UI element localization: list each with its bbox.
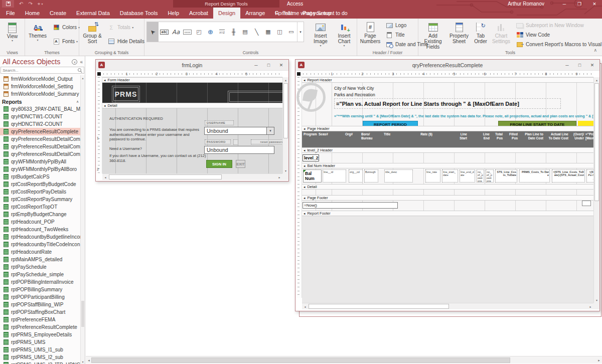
exit-button[interactable]: EXIT bbox=[236, 160, 245, 168]
ribbon-tab[interactable]: Help bbox=[163, 8, 184, 19]
column-header-label[interactable]: Plan Line to Date Cost bbox=[519, 132, 543, 140]
subreport-new-window-button[interactable]: Subreport in New Window bbox=[514, 21, 586, 30]
sidebar-item[interactable]: Reports bbox=[0, 98, 85, 105]
scrollbar-thumb[interactable] bbox=[309, 304, 449, 309]
sidebar-item[interactable]: rptMainAMPS_detailed bbox=[0, 256, 85, 263]
property-sheet-button[interactable]: Property Sheet bbox=[447, 21, 471, 44]
ribbon-tab[interactable]: Home bbox=[20, 8, 45, 19]
insert-chart-button[interactable]: + Insert Chart ▾ bbox=[333, 21, 355, 47]
control-icon[interactable]: XYZ bbox=[216, 22, 228, 42]
from-line-start-label[interactable]: FROM LINE START TO DATE bbox=[498, 121, 576, 126]
sidebar-item[interactable]: rptPRMS_UMS bbox=[0, 338, 85, 346]
totals-button[interactable]: Σ Totals▾ bbox=[105, 23, 135, 32]
scrollbar-thumb[interactable] bbox=[283, 83, 288, 138]
control-icon[interactable]: ➤ bbox=[147, 22, 159, 42]
password-textbox[interactable]: Unbound bbox=[204, 146, 274, 154]
page-header-section-bar[interactable]: ◄ Page Header bbox=[302, 126, 593, 131]
column-header-label[interactable]: Org# bbox=[345, 132, 360, 136]
column-header-label[interactable]: Filled Pos bbox=[505, 132, 518, 140]
scroll-up-icon[interactable]: ▴ bbox=[81, 75, 85, 80]
report-header-grid[interactable]: City of New York City Parks and Recreati… bbox=[302, 83, 593, 126]
report-header-section-bar[interactable]: ◄ Report Header bbox=[302, 77, 593, 83]
minimize-button[interactable]: ─ bbox=[557, 0, 572, 8]
control-icon[interactable]: ◫ bbox=[274, 22, 285, 42]
ribbon-tab[interactable]: Page Setup bbox=[297, 8, 337, 19]
sidebar-item[interactable]: rptPOPStaffBilling_WIP bbox=[0, 301, 85, 308]
window-horizontal-scrollbar[interactable]: ◂ ▸ bbox=[102, 173, 282, 180]
control-icon[interactable]: ▤ bbox=[239, 22, 251, 42]
sidebar-item[interactable]: qryPreferenceResultDetailCompleteStep... bbox=[0, 150, 85, 158]
sidebar-item[interactable]: qryWFMMonthlyPplByAll bbox=[0, 158, 85, 165]
sidebar-item[interactable]: rptCostReportTopOT bbox=[0, 203, 85, 211]
org-name-line2[interactable]: Parks and Recreation bbox=[334, 92, 375, 98]
scroll-down-icon[interactable]: ▾ bbox=[81, 359, 85, 364]
touch-mode-icon[interactable]: ⌖ ▾ bbox=[38, 0, 43, 8]
close-button[interactable]: ✕ bbox=[587, 0, 602, 8]
nav-pane-menu-icon[interactable]: ∨ bbox=[72, 59, 77, 65]
control-icon[interactable]: Aa bbox=[170, 22, 182, 42]
sidebar-item[interactable]: qryHDNCTW2-COUNT bbox=[0, 120, 85, 128]
sidebar-item[interactable]: rptHeadcountbyBudgetlineIncon bbox=[0, 233, 85, 241]
prms-logo-label[interactable]: PRMS bbox=[113, 87, 138, 101]
form-header-grid[interactable]: PRMS bbox=[102, 83, 282, 103]
level2-header-grid[interactable]: level_2 bbox=[302, 153, 593, 163]
yellow-highlight-box[interactable] bbox=[578, 121, 593, 126]
sidebar-item[interactable]: qryPreferenceResultDetailComplete2 bbox=[0, 143, 85, 150]
sidebar-item[interactable]: rptPOPStaffingBoxChart bbox=[0, 308, 85, 316]
sidebar-item[interactable]: rptPRMS_UMS_I2_sub bbox=[0, 353, 85, 361]
redo-icon[interactable]: ↷ bbox=[28, 0, 32, 8]
horizontal-ruler[interactable]: 12345 bbox=[96, 71, 282, 77]
close-button[interactable]: ✕ bbox=[275, 60, 287, 71]
insert-image-button[interactable]: Insert Image ▾ bbox=[310, 21, 331, 47]
field-textbox[interactable]: line__id bbox=[323, 169, 346, 183]
search-icon[interactable] bbox=[78, 68, 82, 73]
group-sort-button[interactable]: Group & Sort bbox=[81, 21, 104, 44]
page-header-grid[interactable]: ProgramSeas#Org#Boro/ BureauTitleRate ($… bbox=[302, 131, 593, 147]
workspace-horizontal-scrollbar[interactable]: ◂ ▸ bbox=[86, 356, 602, 363]
vertical-ruler[interactable] bbox=[295, 77, 302, 298]
frmLogin-titlebar[interactable]: frmLogin A ─ □ ✕ bbox=[96, 60, 288, 71]
scroll-right-icon[interactable]: ▸ bbox=[276, 174, 282, 180]
need-username-label[interactable]: Need a Username? bbox=[109, 146, 142, 151]
field-textbox[interactable]: title_desc bbox=[384, 169, 413, 183]
chart-settings-button[interactable]: Chart Settings bbox=[491, 21, 512, 44]
maximize-button[interactable]: □ bbox=[573, 60, 586, 71]
sidebar-item[interactable]: rptPOPBillingSummary bbox=[0, 286, 85, 293]
page-numbers-button[interactable]: # Page Numbers bbox=[358, 21, 382, 44]
scroll-left-icon[interactable]: ◂ bbox=[102, 174, 108, 180]
scroll-up-icon[interactable]: ▴ bbox=[594, 77, 599, 83]
column-header-label[interactable]: ="Proj. [MaxO bbox=[585, 132, 593, 140]
field-textbox[interactable]: line_end_date bbox=[460, 169, 475, 183]
scroll-up-icon[interactable]: ▴ bbox=[283, 77, 288, 83]
report-window-titlebar[interactable]: qryPreferenceResultComplete A ─ □ ✕ bbox=[295, 60, 599, 71]
collapse-ribbon-button[interactable]: ∧ bbox=[593, 48, 597, 53]
minimize-button[interactable]: ─ bbox=[561, 60, 573, 71]
hide-details-button[interactable]: Hide Details bbox=[105, 37, 146, 46]
convert-macros-button[interactable]: Convert Report's Macros to Visual Basic bbox=[514, 40, 602, 49]
sidebar-item[interactable]: qryPreferenceResultComplete bbox=[0, 128, 85, 135]
sidebar-item[interactable]: rptPaySchedule bbox=[0, 263, 85, 271]
undo-icon[interactable]: ↶ bbox=[19, 0, 23, 8]
ribbon-tab[interactable]: File bbox=[1, 8, 20, 19]
save-icon[interactable] bbox=[2, 0, 14, 8]
shutter-bar-icon[interactable]: « bbox=[80, 59, 83, 65]
scroll-right-icon[interactable]: ▸ bbox=[596, 357, 602, 363]
detail-section-bar[interactable]: ◄ Detail bbox=[102, 103, 282, 108]
sidebar-item[interactable]: rptPRMS_EmployeeDetails bbox=[0, 331, 85, 338]
sidebar-item[interactable]: rptHeadcount_POP bbox=[0, 218, 85, 226]
password-spacer-box[interactable] bbox=[233, 139, 238, 145]
minimize-button[interactable]: ─ bbox=[250, 60, 262, 71]
maximize-button[interactable]: ❐ bbox=[572, 0, 587, 8]
sidebar-item[interactable]: frmWorkforceModel_Setting bbox=[0, 83, 85, 90]
column-header-label[interactable]: Program bbox=[304, 132, 319, 136]
scrollbar-thumb[interactable] bbox=[81, 301, 84, 327]
sidebar-item[interactable]: qryHDNCTW1-COUNT bbox=[0, 113, 85, 120]
scroll-left-icon[interactable]: ◂ bbox=[302, 303, 308, 309]
ribbon-tab[interactable]: Create bbox=[45, 8, 71, 19]
control-icon[interactable]: ╲ bbox=[251, 22, 262, 42]
scrollbar-thumb[interactable] bbox=[109, 174, 222, 179]
parks-leaf-logo[interactable] bbox=[296, 83, 326, 112]
sidebar-item[interactable]: rptHeadcountbyTitleCodeIncon bbox=[0, 241, 85, 248]
auth-body-label[interactable]: You are connecting to a PRMS database th… bbox=[109, 127, 203, 142]
detail-grid[interactable]: AUTHENTICATION REQUIRED You are connecti… bbox=[102, 108, 282, 173]
